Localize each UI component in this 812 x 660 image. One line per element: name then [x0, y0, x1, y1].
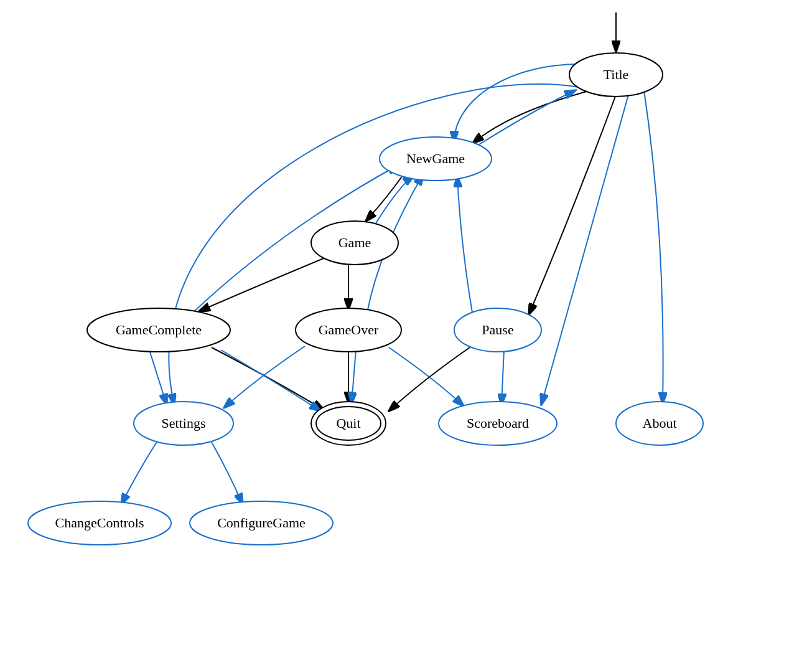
- node-about-label: About: [643, 415, 677, 431]
- edge-pause-quit: [389, 347, 470, 411]
- node-changecontrols-label: ChangeControls: [55, 515, 144, 530]
- node-settings-label: Settings: [162, 415, 206, 431]
- edge-title-pause: [529, 95, 616, 314]
- edge-pause-scoreboard: [502, 350, 504, 405]
- node-title-label: Title: [604, 67, 629, 82]
- node-game-label: Game: [338, 235, 371, 250]
- edge-settings-configuregame: [212, 442, 243, 504]
- node-newgame-label: NewGame: [406, 151, 465, 166]
- edge-gameover-settings: [224, 346, 305, 408]
- edge-title-about: [644, 90, 663, 403]
- node-gameover-label: GameOver: [319, 322, 379, 337]
- edge-title-scoreboard: [541, 95, 628, 405]
- node-configuregame-label: ConfigureGame: [217, 515, 306, 530]
- edge-game-gamecomplete: [199, 258, 324, 311]
- edge-pause-newgame: [457, 176, 473, 316]
- edge-gamecomplete-quit-blue: [221, 350, 320, 411]
- node-quit-label: Quit: [336, 415, 360, 431]
- edge-settings-changecontrols: [121, 441, 157, 504]
- node-gamecomplete-label: GameComplete: [116, 322, 202, 337]
- edge-gameover-quit-blue: [352, 350, 356, 403]
- node-scoreboard-label: Scoreboard: [467, 415, 529, 431]
- node-pause-label: Pause: [482, 322, 513, 337]
- edge-title-newgame: [473, 90, 591, 143]
- edge-gameover-scoreboard: [389, 347, 464, 406]
- edge-newgame-title: [479, 90, 576, 144]
- edge-title-newgame-blue: [454, 64, 585, 142]
- edge-gamecomplete-settings: [149, 350, 167, 405]
